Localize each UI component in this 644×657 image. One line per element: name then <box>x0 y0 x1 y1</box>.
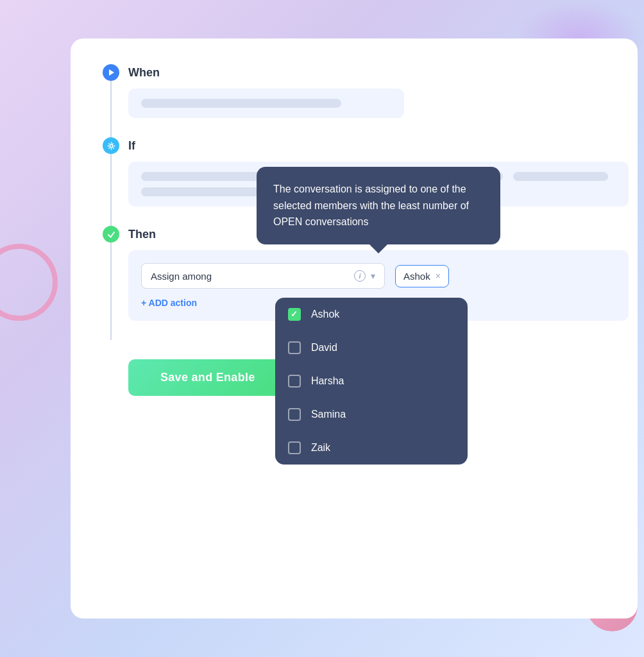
dropdown-item[interactable]: Samina <box>275 398 468 431</box>
if-skeleton-3 <box>513 172 608 181</box>
when-skeleton <box>141 99 341 108</box>
svg-marker-0 <box>109 69 114 76</box>
play-icon <box>107 69 115 76</box>
dropdown-checkbox-zaik[interactable] <box>288 441 301 454</box>
tag-label: Ashok <box>403 271 430 282</box>
tag-close-icon[interactable]: × <box>436 271 441 281</box>
dropdown-item[interactable]: Harsha <box>275 364 468 398</box>
dropdown-item-label: Samina <box>311 409 346 420</box>
dropdown-item[interactable]: Zaik <box>275 431 468 465</box>
then-content: The conversation is assigned to one of t… <box>128 250 606 321</box>
then-label: Then <box>128 228 156 241</box>
dropdown-item[interactable]: David <box>275 331 468 364</box>
then-block: Assign among i ▾ Ashok × ✓A <box>128 250 629 321</box>
when-block <box>128 89 404 118</box>
then-row: Assign among i ▾ Ashok × ✓A <box>141 263 616 289</box>
if-label: If <box>128 139 135 153</box>
info-icon: i <box>354 270 366 282</box>
if-icon <box>103 137 119 154</box>
tooltip-arrow <box>369 244 387 253</box>
assign-label: Assign among <box>151 271 349 282</box>
tooltip-box: The conversation is assigned to one of t… <box>257 167 500 244</box>
svg-point-1 <box>110 144 112 147</box>
when-label: When <box>128 66 160 80</box>
dropdown-checkbox-samina[interactable] <box>288 408 301 421</box>
main-card: When If <box>71 38 638 619</box>
step-when: When <box>103 64 606 137</box>
check-mark: ✓ <box>291 309 298 319</box>
step-when-header: When <box>103 64 606 81</box>
selected-tag: Ashok × ✓AshokDavidHarshaSaminaZaik <box>395 265 449 287</box>
dropdown-item-label: David <box>311 342 337 354</box>
save-enable-button[interactable]: Save and Enable <box>128 359 287 396</box>
when-content <box>128 89 606 118</box>
gear-icon <box>107 142 115 150</box>
dropdown-item-label: Ashok <box>311 309 339 320</box>
step-if-header: If <box>103 137 606 154</box>
dropdown-checkbox-harsha[interactable] <box>288 375 301 388</box>
dropdown-checkbox-david[interactable] <box>288 341 301 354</box>
assign-dropdown[interactable]: Assign among i ▾ <box>141 263 385 289</box>
dropdown-menu: ✓AshokDavidHarshaSaminaZaik <box>275 298 468 465</box>
check-icon <box>107 230 115 239</box>
chevron-down-icon: ▾ <box>371 271 375 281</box>
when-icon <box>103 64 119 81</box>
dropdown-item[interactable]: ✓Ashok <box>275 298 468 331</box>
workflow: When If <box>103 64 606 340</box>
tooltip-text: The conversation is assigned to one of t… <box>273 183 469 227</box>
dropdown-item-label: Harsha <box>311 375 344 387</box>
then-icon <box>103 226 119 243</box>
dropdown-item-label: Zaik <box>311 442 330 454</box>
step-then: Then The conversation is assigned to one… <box>103 226 606 340</box>
blob-left <box>0 244 58 321</box>
dropdown-checkbox-ashok[interactable]: ✓ <box>288 308 301 321</box>
